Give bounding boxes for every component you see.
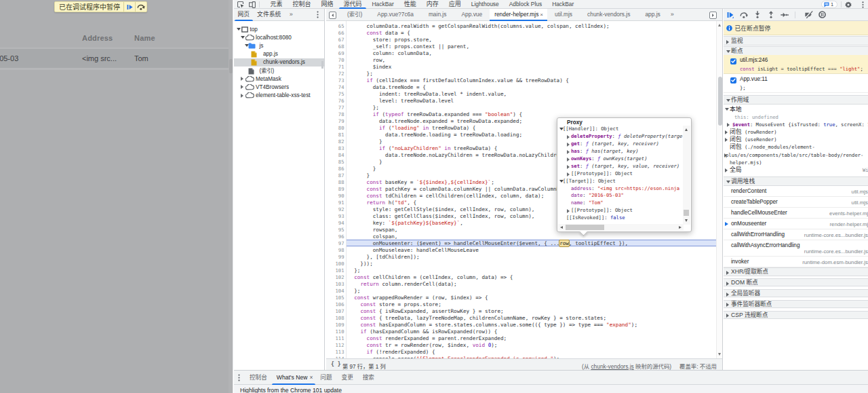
inspect-element-button[interactable] [236,1,245,8]
code-line-113[interactable]: 113 if (!renderExpanded) { [326,349,717,356]
code-line-98[interactable]: 98 onMouseleave: handleCellMouseLeave [326,247,717,254]
line-number[interactable]: 69 [326,50,344,57]
call-stack-frame-createTablePopper[interactable]: createTablePopperutil.mjs:235 [724,197,868,208]
code-line-102[interactable]: 102 const cellChildren = (cellIndex, col… [326,274,717,281]
line-number[interactable]: 112 [326,342,344,349]
more-tabs-chevron[interactable]: » [285,9,295,20]
editor-tab-app.js[interactable]: app.js [637,9,667,21]
editor-overflow-button[interactable] [709,12,717,19]
collapsed-arrow-icon[interactable] [567,165,570,169]
call-stack-frame-callWithAsyncErrorHandling[interactable]: callWithAsyncErrorHandlingruntime-core.e… [724,240,868,257]
code-line-68[interactable]: 68 _self: props.context || parent, [326,43,717,50]
scroll-down-arrow[interactable] [685,219,688,222]
scrollbar-thumb[interactable] [718,77,722,126]
code-line-96[interactable]: 96 colspan, [326,233,717,240]
navigator-scrollbar-thumb[interactable] [321,61,323,69]
line-number[interactable]: 80 [326,125,344,132]
collapsed-arrow-icon[interactable] [727,123,730,127]
line-number[interactable]: 109 [326,322,344,329]
toggle-device-toolbar-button[interactable] [248,1,257,8]
code-line-112[interactable]: 112 const tr = rowRender(row, $index, vo… [326,342,717,349]
line-number[interactable]: 107 [326,308,344,315]
page-scrollbar-thumb[interactable] [229,59,233,73]
collapsed-arrow-icon[interactable] [567,209,570,213]
line-number[interactable]: 74 [326,84,344,91]
code-line-103[interactable]: 103 return column.renderCell(data); [326,281,717,288]
code-line-100[interactable]: 100 })); [326,261,717,267]
line-number[interactable]: 88 [326,179,344,186]
line-number[interactable]: 73 [326,77,344,84]
editor-tab-(索引)[interactable]: (索引) [340,9,370,21]
collapsed-arrow-icon[interactable] [241,94,243,98]
collapsed-arrow-icon[interactable] [567,150,570,154]
scope-row[interactable]: 闭包 (./node_modules/element- [724,143,868,151]
line-number[interactable]: 103 [326,281,344,288]
collapsed-arrow-icon[interactable] [567,172,570,176]
sidebar-section-CSP 违规断点[interactable]: CSP 违规断点 [724,311,868,320]
scope-section-header[interactable]: 作用域 [724,95,868,105]
panel-tab-内存[interactable]: 内存 [421,0,443,9]
popup-horizontal-scrollbar[interactable] [558,224,684,231]
collapsed-arrow-icon[interactable] [241,85,243,89]
step-over-button[interactable] [737,9,751,21]
code-line-110[interactable]: 110 if (hasExpandColumn && isRowExpanded… [326,329,717,335]
issues-counter[interactable]: 1 [821,1,837,8]
code-line-77[interactable]: 77 }; [326,105,717,111]
popup-property-row[interactable]: has: ƒ has(target, key) [557,148,683,155]
breakpoint-entry[interactable]: util.mjs:246const isLight = tooltipEffec… [724,55,868,74]
code-line-106[interactable]: 106 const store = props.store; [326,301,717,308]
scroll-left-arrow[interactable] [560,226,563,229]
line-number[interactable]: 97 [326,240,344,247]
editor-tab-App.vue?7c6a[interactable]: App.vue?7c6a [370,9,421,21]
line-number[interactable]: 83 [326,145,344,152]
line-number[interactable]: 70 [326,57,344,64]
line-number[interactable]: 90 [326,193,344,200]
scope-row[interactable]: 闭包 (rowRender) [724,128,868,136]
whats-new-content[interactable]: Highlights from the Chrome 101 update [240,387,342,393]
line-number[interactable]: 102 [326,274,344,281]
step-button[interactable] [778,9,791,21]
popup-property-row[interactable]: get: ƒ (target, key, receiver) [557,141,683,148]
callstack-section-header[interactable]: 调用堆栈 [724,176,868,186]
tree-item-element-table-xss-test[interactable]: element-table-xss-test [234,92,324,100]
tab-filesystem[interactable]: 文件系统 [254,9,285,21]
line-number[interactable]: 105 [326,295,344,301]
line-number[interactable]: 113 [326,349,344,356]
drawer-tab-问题[interactable]: 问题 [315,371,336,385]
editor-tab-main.js[interactable]: main.js [421,9,454,21]
code-line-76[interactable]: 76 level: treeRowData.level [326,98,717,105]
scroll-up-arrow[interactable] [718,24,721,26]
panel-tab-性能[interactable]: 性能 [399,0,421,9]
panel-tab-网络[interactable]: 网络 [316,0,338,9]
drawer-tab-变更[interactable]: 变更 [337,371,358,385]
line-number[interactable]: 94 [326,220,344,227]
drawer-tab-控制台[interactable]: 控制台 [245,371,272,385]
tree-item-top[interactable]: top [234,26,324,34]
panel-tab-控制台[interactable]: 控制台 [288,0,316,9]
scope-row[interactable]: helper.mjs) [724,159,868,166]
drawer-menu-button[interactable] [238,374,240,381]
pause-on-exceptions-button[interactable] [815,9,829,21]
code-line-75[interactable]: 75 indent: treeRowData.level * indent.va… [326,91,717,98]
settings-button[interactable] [844,1,853,8]
close-tab-icon[interactable]: × [540,12,543,18]
panel-tab-元素[interactable]: 元素 [265,0,288,9]
drawer-tab-搜索[interactable]: 搜索 [358,371,379,385]
code-line-74[interactable]: 74 data.treeNode = { [326,84,717,91]
breakpoint-entry[interactable]: App.vue:11}; [724,74,868,93]
code-line-108[interactable]: 108 const { treeData, lazyTreeNodeMap, c… [326,315,717,322]
editor-tab-App.vue[interactable]: App.vue [454,9,490,21]
panel-tab-HackBar[interactable]: HackBar [547,0,579,9]
line-number[interactable]: 89 [326,186,344,193]
editor-tab-util.mjs[interactable]: util.mjs [547,9,580,21]
line-number[interactable]: 75 [326,91,344,98]
line-number[interactable]: 76 [326,98,344,105]
scope-row[interactable]: 闭包 (useRender) [724,136,868,143]
line-number[interactable]: 68 [326,43,344,50]
popup-property-row[interactable]: address: "<img src=https://eson.ninja [557,185,683,193]
popup-property-row[interactable]: [[Prototype]]: Object [557,207,683,214]
line-number[interactable]: 106 [326,301,344,308]
tree-item-MetaMask[interactable]: MetaMask [234,75,324,83]
popup-property-row[interactable]: [[Handler]]: Object [557,126,683,133]
scrollbar-thumb[interactable] [566,225,604,230]
